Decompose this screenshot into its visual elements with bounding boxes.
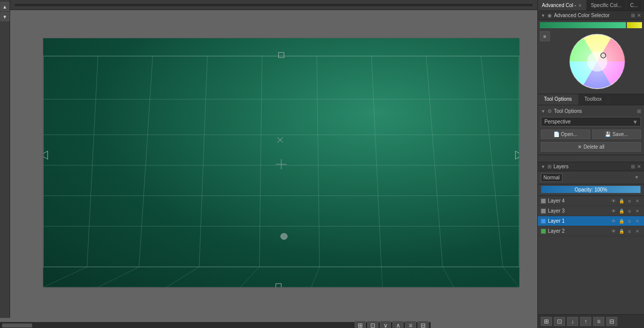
svg-line-18 [311, 267, 319, 287]
layer-item-4[interactable]: Layer 4 👁 🔒 α ✕ [538, 196, 644, 206]
collapse-icon[interactable]: ▼ [541, 13, 545, 18]
layer-1-delete[interactable]: ✕ [634, 218, 641, 225]
color-selector-expand[interactable]: ⊞ [631, 13, 635, 18]
layers-drag-handle[interactable]: · · · · · [538, 155, 644, 162]
layer-2-icons: 👁 🔒 α ✕ [610, 228, 641, 235]
tab-advanced-color[interactable]: Advanced Col - ✕ [538, 0, 587, 11]
delete-all-btn[interactable]: ✕ Delete all [541, 142, 641, 152]
layer-3-eye[interactable]: 👁 [610, 208, 617, 215]
color-wheel-wrap[interactable] [552, 31, 642, 92]
tab-specific-color-label: Specific Col... [591, 3, 621, 8]
blend-mode-wrap: Normal ▼ [541, 173, 641, 182]
open-btn[interactable]: 📄 Open... [541, 129, 590, 139]
delete-all-label: Delete all [584, 144, 605, 150]
toolbar-scroll-up[interactable]: ▲ [1, 2, 10, 11]
color-strip-green[interactable] [540, 22, 626, 28]
layer-item-2[interactable]: Layer 2 👁 🔒 α ✕ [538, 226, 644, 236]
up-btn[interactable]: ∧ [392, 321, 404, 329]
layer-4-eye[interactable]: 👁 [610, 198, 617, 205]
tab-c[interactable]: C... [626, 0, 643, 11]
color-selector-header: ▼ ◉ Advanced Color Selector ⊞ ✕ [538, 11, 644, 20]
layer-4-icons: 👁 🔒 α ✕ [610, 198, 641, 205]
layers-grid-btn[interactable]: ⊞ [541, 317, 552, 326]
svg-point-31 [281, 233, 287, 239]
layers-settings-btn[interactable]: ⊟ [606, 317, 617, 326]
layers-collapse[interactable]: ▼ [541, 164, 545, 169]
top-scrollbar[interactable] [14, 3, 533, 7]
tool-buttons-row: 📄 Open... 💾 Save... [541, 129, 641, 139]
color-strip-yellow[interactable] [627, 22, 642, 28]
perspective-grid [43, 38, 519, 287]
layers-new-icon[interactable]: ⊞ [631, 164, 635, 169]
svg-marker-25 [43, 151, 48, 159]
blend-mode-select[interactable]: Normal [541, 173, 562, 182]
layers-frame-btn[interactable]: ⊡ [554, 317, 565, 326]
layers-close-icon[interactable]: ✕ [637, 164, 641, 169]
layer-3-lock[interactable]: 🔒 [618, 208, 625, 215]
bottom-scrollbar[interactable]: ⊞ ⊡ ∨ ∧ ≡ ⊟ [0, 322, 431, 328]
left-toolbar: ▲ ▼ [0, 0, 10, 318]
down-btn[interactable]: ∨ [380, 321, 391, 329]
layers-up-btn[interactable]: ↑ [580, 317, 591, 326]
tab-specific-color[interactable]: Specific Col... [587, 0, 626, 11]
menu-btn[interactable]: ≡ [405, 321, 416, 329]
tool-options-icon: ⚙ [547, 108, 552, 114]
tool-options-collapse[interactable]: ▼ [541, 109, 545, 114]
perspective-dropdown[interactable]: Perspective [541, 117, 641, 126]
open-icon: 📄 [553, 132, 559, 137]
grid-view-btn[interactable]: ⊞ [355, 321, 366, 329]
color-selector-close[interactable]: ✕ [637, 13, 641, 18]
tool-options-content: ▼ ⚙ Tool Options ⊞ Perspective ▼ 📄 Open.… [538, 105, 644, 155]
layer-3-icons: 👁 🔒 α ✕ [610, 208, 641, 215]
layer-2-name: Layer 2 [548, 228, 608, 234]
layer-2-alpha[interactable]: α [626, 228, 633, 235]
save-btn-label: Save... [612, 132, 628, 137]
layers-header-icons: ⊞ ✕ [631, 164, 641, 169]
opacity-bar[interactable]: Opacity: 100% [541, 185, 641, 193]
layer-1-color [541, 219, 546, 224]
tool-tabs: Tool Options Toolbox [538, 94, 644, 105]
layer-4-alpha[interactable]: α [626, 198, 633, 205]
color-wheel[interactable] [567, 31, 627, 92]
layer-item-1[interactable]: Layer 1 👁 🔒 α ✕ [538, 216, 644, 226]
layers-list: Layer 4 👁 🔒 α ✕ Layer 3 👁 🔒 α ✕ [538, 196, 644, 314]
canvas-background[interactable] [43, 38, 520, 288]
color-selector-section: ▼ ◉ Advanced Color Selector ⊞ ✕ ≡ [538, 11, 644, 94]
layer-3-alpha[interactable]: α [626, 208, 633, 215]
frame-btn[interactable]: ⊡ [367, 321, 378, 329]
layer-1-eye[interactable]: 👁 [610, 218, 617, 225]
layer-2-eye[interactable]: 👁 [610, 228, 617, 235]
layers-menu-btn[interactable]: ≡ [593, 317, 604, 326]
save-icon: 💾 [605, 132, 611, 137]
tab-toolbox[interactable]: Toolbox [579, 94, 608, 105]
svg-point-36 [602, 54, 605, 57]
layers-down-btn[interactable]: ↓ [567, 317, 578, 326]
perspective-select-wrap: Perspective ▼ [541, 117, 641, 129]
tool-options-expand[interactable]: ⊞ [637, 108, 641, 114]
svg-line-10 [317, 56, 319, 267]
layer-4-lock[interactable]: 🔒 [618, 198, 625, 205]
color-menu-icon[interactable]: ≡ [540, 31, 550, 41]
color-strips [540, 22, 642, 28]
layers-section: · · · · · ▼ ⊞ Layers ⊞ ✕ Normal ▼ Opacit… [538, 155, 644, 328]
settings-btn[interactable]: ⊟ [418, 321, 429, 329]
color-icon: ◉ [547, 13, 552, 18]
layer-item-3[interactable]: Layer 3 👁 🔒 α ✕ [538, 206, 644, 216]
svg-line-8 [199, 56, 207, 267]
layer-1-alpha[interactable]: α [626, 218, 633, 225]
tab-advanced-color-close[interactable]: ✕ [578, 3, 582, 8]
save-btn[interactable]: 💾 Save... [592, 129, 641, 139]
layers-controls: Normal ▼ [538, 171, 644, 184]
scroll-thumb[interactable] [2, 323, 32, 327]
svg-line-21 [503, 267, 519, 287]
layer-4-delete[interactable]: ✕ [634, 198, 641, 205]
layer-1-lock[interactable]: 🔒 [618, 218, 625, 225]
layer-3-delete[interactable]: ✕ [634, 208, 641, 215]
layer-2-delete[interactable]: ✕ [634, 228, 641, 235]
panel-tabs: Advanced Col - ✕ Specific Col... C... ✕ [538, 0, 644, 11]
tab-tool-options[interactable]: Tool Options [538, 94, 579, 105]
layer-2-lock[interactable]: 🔒 [618, 228, 625, 235]
svg-rect-23 [279, 52, 284, 57]
svg-line-16 [167, 267, 199, 287]
toolbar-scroll-down[interactable]: ▼ [1, 12, 10, 21]
